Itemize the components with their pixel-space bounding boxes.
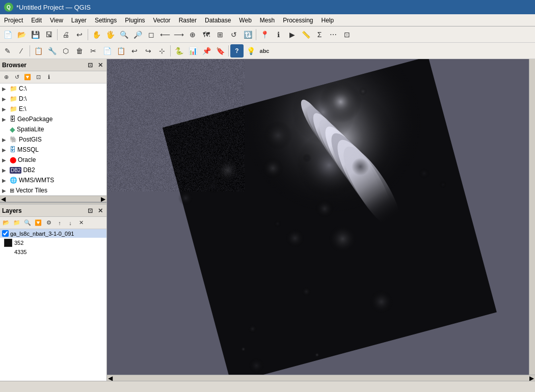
scroll-arrow-left[interactable]: ◀ (1, 195, 6, 203)
tree-label: SpatiaLite (17, 126, 44, 133)
menu-item-processing[interactable]: Processing (279, 14, 317, 26)
save-project-btn[interactable]: 💾 (29, 28, 42, 41)
map-scroll-left[interactable]: ◀ (108, 375, 113, 381)
tree-item-spatialite[interactable]: ▶ ◆ SpatiaLite (0, 124, 106, 134)
menu-item-edit[interactable]: Edit (27, 14, 46, 26)
copy-btn[interactable]: 📄 (100, 44, 114, 58)
layer-color-box (4, 239, 12, 247)
coordinate-btn[interactable]: 📍 (258, 28, 271, 41)
browser-float-btn[interactable]: ⊡ (86, 61, 94, 69)
menu-item-plugins[interactable]: Plugins (121, 14, 149, 26)
map-canvas[interactable]: ◀ ▶ (107, 59, 535, 381)
browser-add-btn[interactable]: ⊕ (1, 72, 11, 82)
menu-item-raster[interactable]: Raster (175, 14, 201, 26)
scroll-arrow-right[interactable]: ▶ (101, 195, 105, 203)
zoom-out-btn[interactable]: 🔎 (131, 28, 144, 41)
select-btn[interactable]: ▶ (285, 28, 299, 41)
layer-item-main[interactable]: ga_ls8c_nbart_3-1-0_091 (0, 229, 106, 238)
menu-item-settings[interactable]: Settings (91, 14, 121, 26)
zoom-layer-btn[interactable]: 🗺 (200, 28, 213, 41)
open-layer-btn[interactable]: 📂 (1, 218, 11, 228)
browser-collapse-btn[interactable]: ⊡ (33, 72, 43, 82)
delete-sel-btn[interactable]: 🗑 (73, 44, 86, 58)
model-btn[interactable]: 📊 (186, 44, 199, 58)
menu-item-database[interactable]: Database (201, 14, 235, 26)
layer-down-btn[interactable]: ↓ (65, 218, 75, 228)
browser-filter-btn[interactable]: 🔽 (22, 72, 33, 82)
layers-float-btn[interactable]: ⊡ (86, 207, 94, 215)
cut-btn[interactable]: ✂ (87, 44, 100, 58)
redo-btn[interactable]: ↪ (142, 44, 155, 58)
adv-edit-btn[interactable]: 🔧 (45, 44, 59, 58)
bookmark-btn[interactable]: 📌 (200, 44, 213, 58)
menu-item-web[interactable]: Web (235, 14, 255, 26)
new-project-btn[interactable]: 📄 (1, 28, 14, 41)
atlas-btn[interactable]: 🔖 (213, 44, 227, 58)
open-project-btn[interactable]: 📂 (15, 28, 28, 41)
refresh-btn[interactable]: ↺ (227, 28, 240, 41)
tree-item-vectortiles[interactable]: ▶ ⊞ Vector Tiles (0, 185, 106, 195)
tips-btn[interactable]: 💡 (244, 44, 257, 58)
ext-btn[interactable]: ⋯ (327, 28, 340, 41)
filter-layer-btn[interactable]: 🔽 (33, 218, 43, 228)
tree-item-postgis[interactable]: ▶ 🐘 PostGIS (0, 134, 106, 145)
rubber-band-btn[interactable]: ◻ (145, 28, 158, 41)
print-layout-btn[interactable]: 🖨 (59, 28, 72, 41)
tree-item-db2[interactable]: ▶ DB2 DB2 (0, 165, 106, 175)
pan-btn[interactable]: ✋ (90, 28, 103, 41)
tree-item-e[interactable]: ▶ 📁 E:\ (0, 104, 106, 114)
zoom-selection-btn[interactable]: ⊞ (213, 28, 227, 41)
remove-layer-btn[interactable]: ✕ (76, 218, 86, 228)
help-btn[interactable]: ? (230, 44, 244, 58)
info-btn[interactable]: ℹ (272, 28, 285, 41)
zoom-full-btn[interactable]: ⊕ (186, 28, 199, 41)
save-as-btn[interactable]: 🖫 (42, 28, 56, 41)
label-btn[interactable]: abc (258, 44, 271, 58)
layer-up-btn[interactable]: ↑ (55, 218, 65, 228)
tree-item-mssql[interactable]: ▶ 🗄 MSSQL (0, 145, 106, 155)
browser-refresh-btn[interactable]: ↺ (12, 72, 22, 82)
reload-btn[interactable]: 🔃 (241, 28, 254, 41)
map-scrollbar-v[interactable] (529, 59, 535, 375)
tree-item-geopackage[interactable]: ▶ 🗄 GeoPackage (0, 114, 106, 124)
coord-btn[interactable]: ⊹ (155, 44, 169, 58)
browser-close-btn[interactable]: ✕ (96, 61, 104, 69)
wms-icon: 🌐 (10, 177, 17, 184)
pan-map-btn[interactable]: 🖐 (103, 28, 117, 41)
digitize-btn[interactable]: ✎ (1, 44, 14, 58)
summary-btn[interactable]: Σ (313, 28, 326, 41)
menu-item-help[interactable]: Help (317, 14, 338, 26)
menu-item-project[interactable]: Project (0, 14, 27, 26)
layer-props-btn[interactable]: ⚙ (44, 218, 54, 228)
undo-btn[interactable]: ↩ (73, 28, 86, 41)
edit2-btn[interactable]: 📋 (32, 44, 45, 58)
add-group-btn[interactable]: 📁 (12, 218, 22, 228)
layer-checkbox[interactable] (2, 230, 9, 237)
map-scrollbar-h[interactable]: ◀ ▶ (107, 375, 535, 381)
menu-item-vector[interactable]: Vector (149, 14, 175, 26)
tree-item-c[interactable]: ▶ 📁 C:\ (0, 83, 106, 94)
measure-btn[interactable]: 📏 (299, 28, 312, 41)
node-tool-btn[interactable]: ⬡ (59, 44, 72, 58)
search-layer-btn[interactable]: 🔍 (22, 218, 33, 228)
menu-item-layer[interactable]: Layer (67, 14, 91, 26)
zoom-last-btn[interactable]: ⟵ (158, 28, 172, 41)
menu-item-view[interactable]: View (46, 14, 67, 26)
browser-scrollbar-h[interactable]: ◀ ▶ (0, 195, 106, 202)
paste-btn[interactable]: 📋 (114, 44, 127, 58)
python-btn[interactable]: 🐍 (172, 44, 185, 58)
tree-item-oracle[interactable]: ▶ ⬤ Oracle (0, 155, 106, 165)
ext2-btn[interactable]: ⊡ (340, 28, 354, 41)
tree-item-d[interactable]: ▶ 📁 D:\ (0, 94, 106, 104)
browser-info-btn[interactable]: ℹ (44, 72, 54, 82)
zoom-in-btn[interactable]: 🔍 (117, 28, 130, 41)
tree-item-wms[interactable]: ▶ 🌐 WMS/WMTS (0, 175, 106, 185)
zoom-next-btn[interactable]: ⟶ (172, 28, 185, 41)
menu-item-mesh[interactable]: Mesh (256, 14, 279, 26)
layers-close-btn[interactable]: ✕ (96, 207, 104, 215)
tree-label: Oracle (18, 156, 36, 163)
edit-line-btn[interactable]: ∕ (15, 44, 28, 58)
layers-header: Layers ⊡ ✕ (0, 205, 106, 217)
undo2-btn[interactable]: ↩ (128, 44, 141, 58)
map-scroll-right[interactable]: ▶ (529, 375, 534, 381)
